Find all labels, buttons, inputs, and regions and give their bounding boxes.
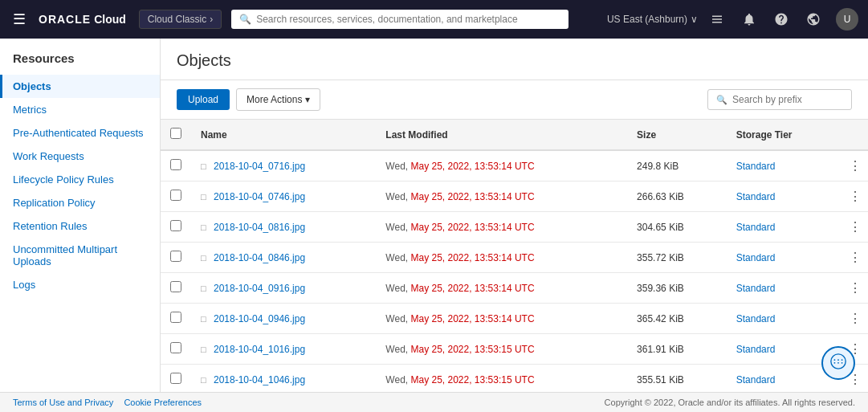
- row-checkbox[interactable]: [170, 190, 181, 201]
- global-search-bar[interactable]: 🔍: [231, 10, 568, 29]
- global-search-input[interactable]: [256, 14, 560, 25]
- col-storage-tier: Storage Tier: [727, 120, 839, 150]
- storage-tier-cell: Standard: [727, 304, 839, 334]
- select-all-checkbox[interactable]: [170, 128, 181, 139]
- col-name: Name: [191, 120, 376, 150]
- col-last-modified: Last Modified: [376, 120, 627, 150]
- storage-tier-link[interactable]: Standard: [736, 313, 776, 324]
- file-icon: □: [201, 192, 206, 202]
- footer-left: Terms of Use and Privacy Cookie Preferen…: [13, 398, 210, 407]
- file-name-link[interactable]: 2018-10-04_0716.jpg: [214, 161, 305, 172]
- file-icon: □: [201, 161, 206, 171]
- search-prefix-input[interactable]: [732, 94, 843, 105]
- storage-tier-cell: Standard: [727, 150, 839, 182]
- notifications-icon[interactable]: [740, 10, 759, 29]
- file-name-link[interactable]: 2018-10-04_0916.jpg: [214, 283, 305, 294]
- row-select-cell: [161, 182, 191, 212]
- sidebar-item-objects[interactable]: Objects: [0, 75, 160, 98]
- file-name-cell: □ 2018-10-04_1046.jpg: [191, 365, 376, 393]
- storage-tier-link[interactable]: Standard: [736, 161, 776, 172]
- table-row: □ 2018-10-04_0916.jpg Wed, May 25, 2022,…: [161, 273, 868, 304]
- file-icon: □: [201, 314, 206, 324]
- row-checkbox[interactable]: [170, 251, 181, 262]
- row-checkbox[interactable]: [170, 159, 181, 170]
- size-cell: 365.42 KiB: [627, 304, 727, 334]
- sidebar-item-metrics[interactable]: Metrics: [0, 98, 160, 121]
- storage-tier-link[interactable]: Standard: [736, 222, 776, 233]
- row-actions-menu[interactable]: ⋮: [839, 150, 868, 182]
- sidebar-item-work-requests[interactable]: Work Requests: [0, 145, 160, 168]
- main-layout: Resources ObjectsMetricsPre-Authenticate…: [0, 39, 868, 392]
- storage-tier-cell: Standard: [727, 273, 839, 304]
- chevron-down-icon: ∨: [691, 14, 698, 25]
- file-name-cell: □ 2018-10-04_0946.jpg: [191, 304, 376, 334]
- cloud-classic-button[interactable]: Cloud Classic ›: [139, 10, 222, 29]
- row-actions-menu[interactable]: ⋮: [839, 212, 868, 243]
- upload-button[interactable]: Upload: [177, 89, 230, 110]
- cloud-shell-icon[interactable]: [707, 10, 727, 29]
- row-actions-menu[interactable]: ⋮: [839, 182, 868, 212]
- user-avatar[interactable]: U: [836, 8, 858, 31]
- toolbar: Upload More Actions ▾ 🔍: [161, 80, 868, 120]
- help-icon[interactable]: [772, 10, 791, 29]
- search-prefix-bar[interactable]: 🔍: [707, 89, 852, 110]
- terms-link[interactable]: Terms of Use and Privacy: [13, 398, 113, 407]
- svg-point-1: [834, 359, 836, 361]
- objects-table: Name Last Modified Size Storage Tier □ 2…: [161, 120, 868, 392]
- sidebar-item-pre-authenticated-requests[interactable]: Pre-Authenticated Requests: [0, 121, 160, 145]
- row-checkbox[interactable]: [170, 312, 181, 323]
- modified-date-cell: Wed, May 25, 2022, 13:53:14 UTC: [376, 304, 627, 334]
- row-checkbox[interactable]: [170, 281, 181, 292]
- footer-copyright: Copyright © 2022, Oracle and/or its affi…: [605, 398, 855, 407]
- row-actions-menu[interactable]: ⋮: [839, 273, 868, 304]
- table-header-row: Name Last Modified Size Storage Tier: [161, 120, 868, 150]
- storage-tier-cell: Standard: [727, 243, 839, 273]
- content-header: Objects: [161, 39, 868, 80]
- globe-icon[interactable]: [804, 10, 823, 29]
- row-actions-menu[interactable]: ⋮: [839, 243, 868, 273]
- row-checkbox[interactable]: [170, 220, 181, 231]
- help-fab-icon: [829, 353, 847, 374]
- file-name-link[interactable]: 2018-10-04_0816.jpg: [214, 222, 305, 233]
- cookie-preferences-link[interactable]: Cookie Preferences: [124, 398, 202, 407]
- sidebar-item-lifecycle-policy-rules[interactable]: Lifecycle Policy Rules: [0, 168, 160, 191]
- oracle-text: ORACLE: [39, 13, 91, 26]
- storage-tier-link[interactable]: Standard: [736, 283, 776, 294]
- col-size: Size: [627, 120, 727, 150]
- more-actions-button[interactable]: More Actions ▾: [236, 88, 320, 111]
- file-name-link[interactable]: 2018-10-04_1046.jpg: [214, 374, 305, 385]
- table-row: □ 2018-10-04_0946.jpg Wed, May 25, 2022,…: [161, 304, 868, 334]
- chevron-down-icon: ▾: [305, 94, 310, 105]
- hamburger-menu-icon[interactable]: ☰: [10, 10, 29, 28]
- search-icon: 🔍: [239, 14, 251, 25]
- storage-tier-link[interactable]: Standard: [736, 344, 776, 355]
- file-name-link[interactable]: 2018-10-04_0746.jpg: [214, 191, 305, 202]
- file-name-cell: □ 2018-10-04_0846.jpg: [191, 243, 376, 273]
- size-cell: 355.72 KiB: [627, 243, 727, 273]
- row-checkbox[interactable]: [170, 342, 181, 353]
- sidebar-title: Resources: [0, 51, 160, 75]
- row-checkbox[interactable]: [170, 373, 181, 384]
- storage-tier-link[interactable]: Standard: [736, 374, 776, 385]
- sidebar-item-logs[interactable]: Logs: [0, 273, 160, 296]
- file-name-link[interactable]: 2018-10-04_1016.jpg: [214, 344, 305, 355]
- table-row: □ 2018-10-04_0816.jpg Wed, May 25, 2022,…: [161, 212, 868, 243]
- page-title: Objects: [177, 51, 852, 70]
- sidebar-item-retention-rules[interactable]: Retention Rules: [0, 214, 160, 238]
- file-name-link[interactable]: 2018-10-04_0846.jpg: [214, 252, 305, 263]
- size-cell: 304.65 KiB: [627, 212, 727, 243]
- file-name-cell: □ 2018-10-04_0816.jpg: [191, 212, 376, 243]
- row-actions-menu[interactable]: ⋮: [839, 304, 868, 334]
- storage-tier-link[interactable]: Standard: [736, 191, 776, 202]
- help-fab-button[interactable]: [821, 346, 855, 380]
- file-name-link[interactable]: 2018-10-04_0946.jpg: [214, 313, 305, 324]
- sidebar-item-replication-policy[interactable]: Replication Policy: [0, 191, 160, 214]
- table-row: □ 2018-10-04_1046.jpg Wed, May 25, 2022,…: [161, 365, 868, 393]
- sidebar-item-uncommitted-multipart-uploads[interactable]: Uncommitted Multipart Uploads: [0, 238, 160, 273]
- storage-tier-link[interactable]: Standard: [736, 252, 776, 263]
- row-select-cell: [161, 304, 191, 334]
- file-name-cell: □ 2018-10-04_1016.jpg: [191, 334, 376, 365]
- region-selector[interactable]: US East (Ashburn) ∨: [607, 14, 698, 25]
- footer: Terms of Use and Privacy Cookie Preferen…: [0, 392, 868, 412]
- row-select-cell: [161, 334, 191, 365]
